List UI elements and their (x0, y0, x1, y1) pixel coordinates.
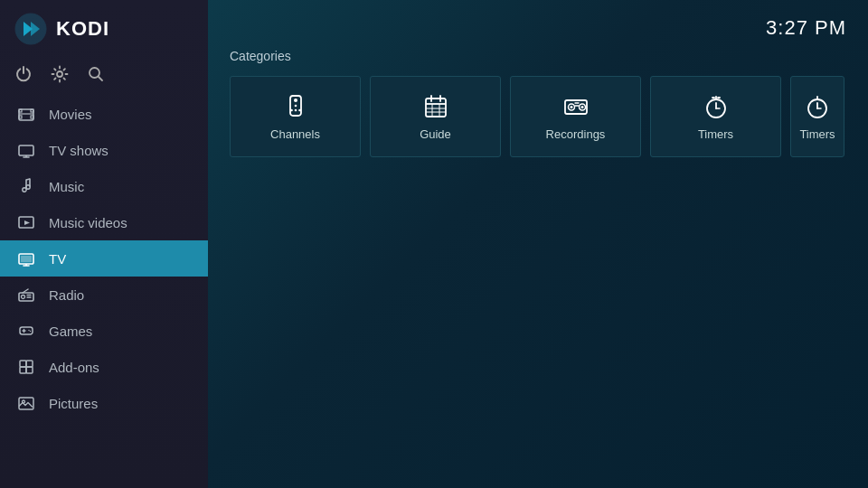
svg-point-39 (294, 108, 297, 111)
sidebar-item-addons[interactable]: Add-ons (0, 349, 208, 385)
svg-rect-6 (19, 109, 22, 112)
clock-display: 3:27 PM (766, 16, 846, 40)
app-title: KODI (56, 17, 109, 41)
svg-rect-7 (31, 109, 33, 112)
svg-marker-17 (24, 221, 30, 225)
musicvideos-icon (16, 212, 36, 232)
svg-point-3 (57, 71, 62, 77)
sidebar: KODI (0, 0, 208, 488)
guide-icon (422, 93, 449, 120)
guide-label: Guide (420, 127, 451, 141)
music-icon (16, 176, 36, 196)
svg-point-23 (22, 296, 25, 299)
svg-point-40 (290, 108, 293, 111)
svg-point-29 (30, 331, 31, 332)
timers2-label: Timers (799, 127, 835, 141)
search-icon[interactable] (87, 65, 105, 83)
recordings-icon (562, 93, 590, 120)
sidebar-item-music[interactable]: Music (0, 168, 208, 204)
pictures-label: Pictures (49, 396, 98, 411)
radio-icon (16, 285, 36, 305)
timers2-card[interactable]: Timers (790, 76, 844, 157)
channels-icon (282, 93, 309, 120)
svg-rect-42 (426, 99, 446, 117)
music-label: Music (49, 179, 84, 194)
timers2-icon (804, 93, 831, 120)
tv-icon (16, 249, 36, 268)
movies-label: Movies (49, 107, 92, 122)
sidebar-nav: Movies TV shows (0, 96, 208, 488)
svg-rect-30 (20, 367, 26, 373)
sidebar-item-movies[interactable]: Movies (0, 96, 208, 132)
kodi-logo-icon (14, 13, 47, 45)
movies-icon (16, 104, 36, 124)
channels-label: Channels (270, 127, 320, 141)
svg-point-15 (26, 185, 30, 189)
settings-icon[interactable] (51, 65, 69, 83)
categories-label: Categories (230, 49, 846, 63)
tvshows-label: TV shows (49, 143, 108, 158)
recordings-label: Recordings (546, 127, 606, 141)
sidebar-item-games[interactable]: Games (0, 313, 208, 349)
sidebar-item-tvshows[interactable]: TV shows (0, 132, 208, 168)
recordings-card[interactable]: Recordings (510, 76, 641, 157)
musicvideos-label: Music videos (49, 215, 127, 230)
svg-point-41 (298, 108, 301, 111)
svg-rect-9 (31, 116, 33, 118)
svg-rect-21 (21, 256, 32, 262)
radio-label: Radio (49, 287, 84, 303)
timers-label: Timers (698, 127, 733, 141)
power-icon[interactable] (14, 65, 33, 83)
svg-rect-33 (26, 361, 33, 367)
tvshows-icon (16, 140, 36, 160)
svg-rect-11 (19, 145, 33, 155)
sidebar-item-pictures[interactable]: Pictures (0, 385, 208, 421)
topbar: 3:27 PM (230, 16, 846, 40)
sidebar-item-radio[interactable]: Radio (0, 277, 208, 313)
guide-card[interactable]: Guide (370, 76, 501, 157)
svg-point-37 (294, 99, 297, 102)
svg-rect-8 (19, 116, 22, 118)
svg-point-38 (294, 104, 297, 107)
pictures-icon (16, 393, 36, 413)
addons-label: Add-ons (49, 360, 99, 375)
svg-point-52 (570, 106, 572, 108)
svg-point-54 (580, 106, 583, 108)
addons-icon (16, 357, 36, 377)
svg-rect-31 (26, 367, 33, 373)
games-icon (16, 321, 36, 341)
games-label: Games (49, 324, 92, 339)
channels-card[interactable]: Channels (230, 76, 361, 157)
sidebar-action-icons (0, 58, 208, 96)
categories-grid: Channels Guide (230, 76, 846, 157)
svg-point-28 (28, 330, 29, 331)
sidebar-item-musicvideos[interactable]: Music videos (0, 204, 208, 240)
timers-card[interactable]: Timers (650, 76, 781, 157)
svg-point-4 (90, 68, 99, 78)
tv-label: TV (49, 251, 66, 267)
sidebar-header: KODI (0, 0, 208, 58)
timers-icon (703, 93, 730, 120)
svg-rect-32 (20, 361, 26, 367)
main-content: 3:27 PM Categories Channels (208, 0, 868, 488)
sidebar-item-tv[interactable]: TV (0, 240, 208, 277)
